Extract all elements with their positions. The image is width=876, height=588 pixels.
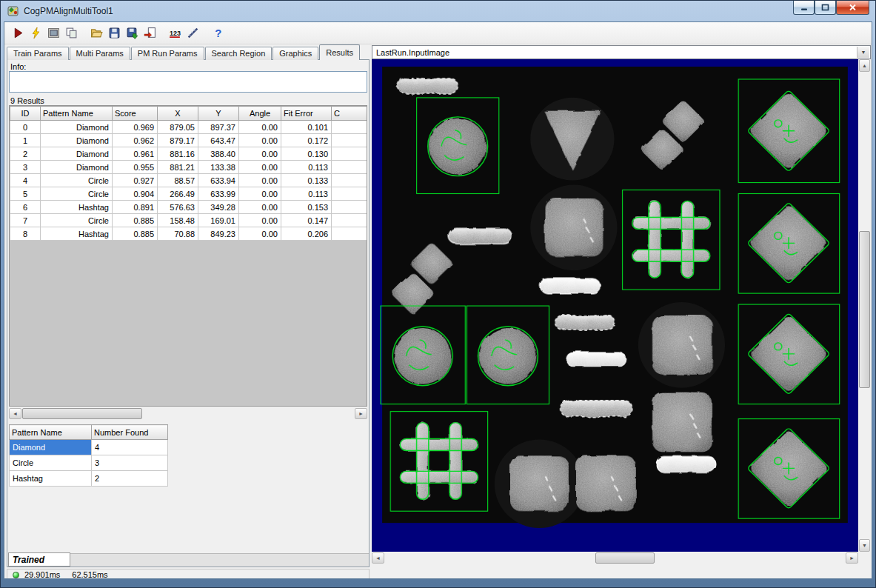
result-cell[interactable]: 849.23 (198, 227, 239, 241)
help-button[interactable]: ? (209, 24, 227, 42)
summary-row[interactable]: Circle3 (10, 455, 168, 471)
result-cell[interactable]: 881.16 (158, 147, 198, 161)
result-cell[interactable]: 897.37 (198, 121, 239, 134)
result-row[interactable]: 0Diamond0.969879.05897.370.000.101 (10, 121, 368, 134)
tab-results[interactable]: Results (319, 44, 360, 60)
number-found-cell[interactable]: 4 (92, 440, 168, 455)
save-image-button[interactable] (123, 24, 141, 42)
result-cell[interactable]: 6 (10, 201, 41, 214)
summary-row[interactable]: Diamond4 (10, 440, 168, 455)
result-cell[interactable]: 0.00 (239, 121, 281, 134)
run-tool-button[interactable] (9, 24, 27, 42)
number-found-cell[interactable]: 2 (92, 471, 168, 487)
result-cell[interactable] (332, 214, 368, 227)
result-cell[interactable]: Diamond (41, 134, 113, 147)
result-row[interactable]: 3Diamond0.955881.21133.380.000.113 (10, 161, 368, 174)
title-bar[interactable]: CogPMAlignMultiTool1 (1, 1, 875, 21)
result-cell[interactable]: 8 (10, 227, 41, 241)
result-cell[interactable]: 1 (10, 134, 41, 147)
result-row[interactable]: 5Circle0.904266.49633.990.000.113 (10, 187, 368, 201)
result-cell[interactable]: 0 (10, 121, 41, 134)
result-cell[interactable]: 70.88 (158, 227, 198, 241)
result-cell[interactable]: 0.00 (239, 214, 281, 227)
result-cell[interactable]: Circle (41, 214, 113, 227)
scroll-down-icon[interactable]: ▼ (859, 539, 870, 552)
image-view-selector[interactable]: LastRun.InputImage ▼ (372, 45, 871, 59)
result-row[interactable]: 4Circle0.92788.57633.940.000.133 (10, 174, 368, 187)
tab-multi-params[interactable]: Multi Params (70, 47, 130, 60)
result-cell[interactable]: 0.00 (239, 134, 281, 147)
result-cell[interactable]: 3 (10, 161, 41, 174)
tab-graphics[interactable]: Graphics (273, 47, 318, 60)
minimize-button[interactable] (793, 1, 815, 15)
result-cell[interactable]: 633.99 (198, 187, 239, 201)
result-cell[interactable]: 158.48 (158, 214, 198, 227)
result-cell[interactable]: 633.94 (198, 174, 239, 187)
result-cell[interactable]: 349.28 (198, 201, 239, 214)
result-cell[interactable]: 0.133 (281, 174, 332, 187)
column-header-score[interactable]: Score (113, 107, 158, 121)
scrollbar-thumb[interactable] (595, 552, 655, 564)
column-header-pattern-name[interactable]: Pattern Name (41, 107, 113, 121)
result-cell[interactable]: 0.885 (113, 227, 158, 241)
result-cell[interactable]: 0.113 (281, 187, 332, 201)
scroll-right-icon[interactable]: ► (355, 408, 367, 419)
input-image-display[interactable] (372, 59, 858, 552)
pattern-name-cell[interactable]: Hashtag (10, 471, 92, 487)
result-cell[interactable]: 0.153 (281, 201, 332, 214)
close-button[interactable] (836, 1, 869, 15)
scroll-up-icon[interactable]: ▲ (859, 59, 870, 72)
result-cell[interactable]: 0.885 (113, 214, 158, 227)
result-cell[interactable]: 0.00 (239, 201, 281, 214)
result-cell[interactable]: 0.00 (239, 174, 281, 187)
result-cell[interactable]: 0.969 (113, 121, 158, 134)
column-header-x[interactable]: X (158, 107, 198, 121)
result-cell[interactable]: 0.962 (113, 134, 158, 147)
import-image-button[interactable] (141, 24, 158, 42)
results-grid-horizontal-scrollbar[interactable]: ◄ ► (9, 407, 367, 420)
result-cell[interactable]: 0.955 (113, 161, 158, 174)
result-cell[interactable]: 0.927 (113, 174, 158, 187)
chevron-down-icon[interactable]: ▼ (857, 47, 869, 58)
result-cell[interactable]: 0.101 (281, 121, 332, 134)
result-cell[interactable]: Hashtag (41, 201, 113, 214)
result-cell[interactable]: 388.40 (198, 147, 239, 161)
result-row[interactable]: 7Circle0.885158.48169.010.000.147 (10, 214, 368, 227)
result-row[interactable]: 8Hashtag0.88570.88849.230.000.206 (10, 227, 368, 241)
result-cell[interactable]: 0.961 (113, 147, 158, 161)
measure-button[interactable] (184, 24, 201, 42)
result-cell[interactable]: Circle (41, 187, 113, 201)
result-cell[interactable]: 0.130 (281, 147, 332, 161)
result-cell[interactable]: 0.891 (113, 201, 158, 214)
result-cell[interactable]: 7 (10, 214, 41, 227)
column-header-angle[interactable]: Angle (239, 107, 281, 121)
scroll-right-icon[interactable]: ► (846, 552, 858, 564)
column-header-fit-error[interactable]: Fit Error (281, 107, 332, 121)
image-horizontal-scrollbar[interactable]: ◄ ► (372, 552, 858, 564)
number-found-cell[interactable]: 3 (92, 455, 168, 471)
run-tool-electric-button[interactable] (27, 24, 44, 42)
column-header-y[interactable]: Y (198, 107, 239, 121)
column-header-id[interactable]: ID (10, 107, 41, 121)
tab-train-params[interactable]: Train Params (7, 47, 69, 60)
summary-row[interactable]: Hashtag2 (10, 471, 168, 487)
copy-results-button[interactable] (62, 24, 80, 42)
image-vertical-scrollbar[interactable]: ▲ ▼ (858, 59, 871, 552)
result-cell[interactable]: 0.172 (281, 134, 332, 147)
column-header-c[interactable]: C (332, 107, 368, 121)
open-file-button[interactable] (87, 24, 105, 42)
result-cell[interactable]: Diamond (41, 147, 113, 161)
pattern-name-cell[interactable]: Circle (10, 455, 92, 471)
scrollbar-thumb[interactable] (859, 231, 870, 388)
image-display-area[interactable]: ▲ ▼ (372, 59, 871, 552)
result-cell[interactable]: Diamond (41, 161, 113, 174)
result-cell[interactable]: 0.113 (281, 161, 332, 174)
scrollbar-thumb[interactable] (22, 408, 142, 419)
result-cell[interactable]: 88.57 (158, 174, 198, 187)
result-cell[interactable]: 0.00 (239, 147, 281, 161)
result-cell[interactable]: 169.01 (198, 214, 239, 227)
result-cell[interactable] (332, 134, 368, 147)
result-cell[interactable]: 0.00 (239, 161, 281, 174)
column-header-number-found[interactable]: Number Found (92, 425, 168, 440)
result-cell[interactable] (332, 227, 368, 241)
